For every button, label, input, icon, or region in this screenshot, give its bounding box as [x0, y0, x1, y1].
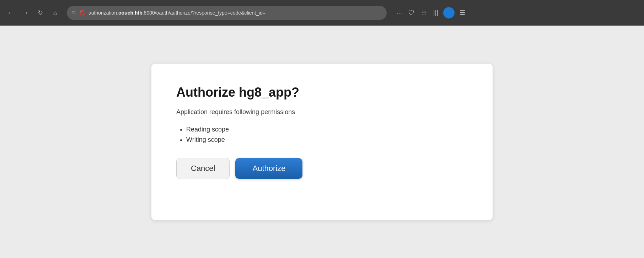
page-content: Authorize hg8_app? Application requires … — [0, 26, 644, 258]
button-row: Cancel Authorize — [176, 158, 468, 179]
shield-icon: 🛡 — [72, 10, 77, 16]
menu-button[interactable]: ☰ — [458, 7, 467, 18]
library-button[interactable]: ||| — [432, 8, 440, 18]
address-bar[interactable]: 🛡 🚫 authorization.oouch.htb:8000/oauth/a… — [67, 6, 387, 20]
back-button[interactable]: ← — [4, 7, 16, 19]
permission-reading: Reading scope — [186, 126, 468, 133]
auth-card: Authorize hg8_app? Application requires … — [151, 64, 493, 220]
pocket-button[interactable]: 🛡 — [407, 8, 416, 18]
auth-title: Authorize hg8_app? — [176, 85, 468, 100]
browser-chrome: ← → ↻ ⌂ 🛡 🚫 authorization.oouch.htb:8000… — [0, 0, 644, 26]
cancel-button[interactable]: Cancel — [176, 158, 230, 179]
more-button[interactable]: ··· — [395, 8, 403, 18]
home-button[interactable]: ⌂ — [49, 7, 61, 19]
url-text: authorization.oouch.htb:8000/oauth/autho… — [88, 10, 265, 16]
forward-button[interactable]: → — [19, 7, 31, 19]
profile-avatar[interactable] — [443, 7, 455, 18]
toolbar-right: ··· 🛡 ☆ ||| ☰ — [395, 7, 467, 18]
permissions-list: Reading scope Writing scope — [176, 126, 468, 144]
security-icon: 🚫 — [80, 10, 86, 16]
permission-writing: Writing scope — [186, 136, 468, 144]
auth-subtitle: Application requires following permissio… — [176, 108, 468, 116]
authorize-button[interactable]: Authorize — [235, 158, 302, 179]
bookmark-button[interactable]: ☆ — [420, 7, 428, 18]
reload-button[interactable]: ↻ — [34, 7, 46, 19]
